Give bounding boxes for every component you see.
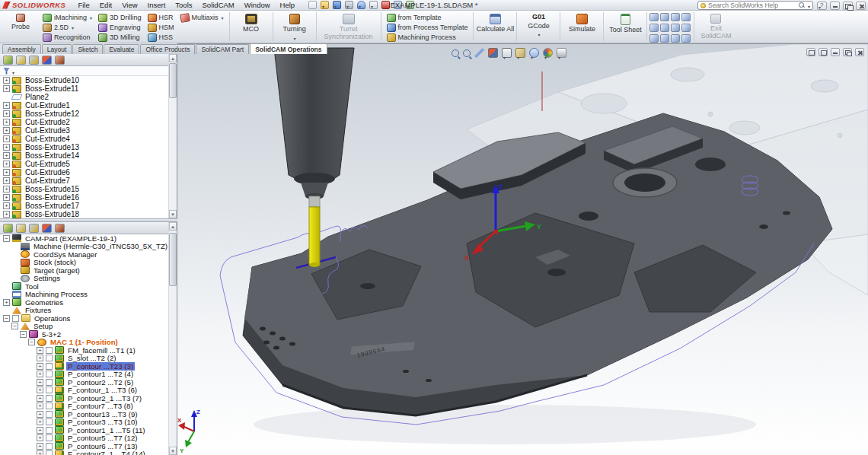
dropdown-arrow-icon[interactable] (537, 31, 540, 40)
3d-drilling-button[interactable]: 3D Drilling (95, 13, 145, 22)
operation-checkbox[interactable] (46, 371, 53, 377)
menu-file[interactable]: File (78, 1, 89, 9)
expand-icon[interactable]: + (3, 211, 10, 218)
feature-tree-item[interactable]: +Cut-Extrude7 (0, 177, 168, 185)
scroll-down-icon[interactable]: ▼ (169, 210, 177, 218)
new-document-icon[interactable] (308, 1, 317, 9)
collapse-icon[interactable]: − (11, 323, 18, 329)
dimxpertmanager-tab-icon[interactable] (42, 56, 52, 65)
collapse-icon[interactable]: − (3, 315, 10, 322)
turret-synchronization-button[interactable]: Turret Synchronization (319, 11, 378, 42)
cam-tree-scrollbar[interactable]: ▲ ▼ (168, 222, 177, 455)
doc-close-button[interactable] (855, 48, 864, 56)
expand-icon[interactable]: + (3, 169, 10, 176)
tab-solidcam-operations[interactable]: SolidCAM Operations (250, 43, 327, 54)
cam-tree-item[interactable]: Machining Process (0, 291, 168, 299)
operation-checkbox[interactable] (46, 363, 53, 370)
cam-tree-item[interactable]: +P_contour6 ...T7 (13) (0, 442, 168, 450)
cam-tree-item[interactable]: Settings (0, 275, 168, 283)
propertymanager-tab-icon[interactable] (16, 224, 26, 233)
expand-icon[interactable]: + (37, 379, 43, 386)
operation-checkbox[interactable] (46, 411, 53, 418)
dropdown-arrow-icon[interactable] (89, 14, 92, 21)
operation-checkbox[interactable] (46, 379, 53, 386)
cam-tree-item[interactable]: +P_contour2 ...T2 (5) (0, 378, 168, 387)
multiaxis-button[interactable]: Multiaxis (177, 13, 227, 22)
cam-views-icon[interactable] (671, 24, 680, 32)
open-icon[interactable] (321, 1, 329, 9)
expand-icon[interactable]: + (37, 347, 43, 354)
displaymanager-tab-icon[interactable] (55, 56, 65, 65)
feature-tree-item[interactable]: +Cut-Extrude1 (0, 101, 168, 110)
operation-checkbox[interactable] (46, 450, 53, 455)
cam-tree-item[interactable]: +F_contour7_1 ...T4 (14) (0, 450, 168, 455)
from-process-template-button[interactable]: from Process Template (384, 23, 471, 32)
cam-tree-item[interactable]: −MAC 1 (1- Position) (0, 339, 168, 347)
operation-checkbox[interactable] (46, 387, 53, 393)
expand-icon[interactable]: + (3, 161, 10, 167)
cam-tree-item[interactable]: +Geometries (0, 298, 168, 307)
expand-icon[interactable]: + (37, 387, 43, 393)
cam-views-icon[interactable] (660, 13, 669, 21)
dropdown-arrow-icon[interactable] (293, 35, 296, 43)
operation-checkbox[interactable] (46, 434, 53, 441)
collapse-icon[interactable]: − (28, 339, 35, 345)
feature-tree-item[interactable]: +Boss-Extrude11 (0, 84, 168, 93)
operation-checkbox[interactable] (46, 418, 53, 425)
view-orientation-icon[interactable] (502, 48, 512, 58)
close-button[interactable] (856, 2, 866, 10)
cam-tree-item[interactable]: Stock (stock) (0, 259, 168, 267)
hss-button[interactable]: HSS (145, 33, 177, 42)
save-icon[interactable] (333, 1, 341, 9)
panel-splitter[interactable] (0, 218, 177, 222)
tree-filter-bar[interactable] (0, 66, 177, 76)
expand-icon[interactable]: + (37, 402, 43, 409)
hide-show-items-icon[interactable] (529, 48, 539, 58)
configurationmanager-tab-icon[interactable] (29, 224, 39, 233)
menu-window[interactable]: Window (244, 1, 270, 9)
cam-views-icon[interactable] (660, 24, 669, 32)
menu-solidcam[interactable]: SolidCAM (203, 1, 235, 9)
search-input[interactable] (708, 2, 796, 9)
expand-icon[interactable]: + (3, 194, 10, 201)
from-template-button[interactable]: from Template (384, 13, 471, 22)
expand-icon[interactable]: + (37, 371, 43, 377)
expand-icon[interactable]: + (3, 77, 10, 84)
operation-checkbox[interactable] (46, 443, 53, 450)
menu-insert[interactable]: Insert (148, 1, 166, 9)
graphics-viewport[interactable]: 1999664 (177, 43, 868, 455)
2-5d-button[interactable]: 2.5D (40, 23, 95, 32)
feature-tree-item[interactable]: +Boss-Extrude15 (0, 185, 168, 193)
expand-icon[interactable]: + (3, 152, 10, 159)
probe-button[interactable]: Probe (2, 11, 40, 42)
expand-icon[interactable]: + (3, 177, 10, 184)
cam-views-icon[interactable] (671, 13, 680, 21)
display-style-icon[interactable] (515, 48, 525, 58)
expand-icon[interactable]: + (37, 363, 43, 370)
featuremanager-tab-icon[interactable] (3, 224, 13, 233)
cam-tree-item[interactable]: Tool (0, 282, 168, 291)
help-button[interactable] (817, 2, 827, 10)
turning-button[interactable]: Turning (276, 11, 314, 42)
expand-icon[interactable]: + (37, 355, 43, 361)
configurationmanager-tab-icon[interactable] (29, 56, 39, 65)
expand-icon[interactable]: + (37, 443, 43, 450)
feature-tree-item[interactable]: +Cut-Extrude6 (0, 168, 168, 177)
feature-tree-item[interactable]: +Boss-Extrude12 (0, 110, 168, 118)
zoom-fit-icon[interactable] (452, 49, 459, 57)
operation-checkbox[interactable] (46, 402, 53, 409)
zoom-area-icon[interactable] (463, 49, 471, 57)
expand-icon[interactable]: + (37, 418, 43, 425)
cam-tree-item[interactable]: −5-3+2 (0, 330, 168, 339)
cam-tree-item[interactable]: +P_contour13 ...T3 (9) (0, 410, 168, 418)
expand-icon[interactable]: + (3, 127, 10, 134)
expand-icon[interactable]: + (3, 135, 10, 142)
cam-views-icon[interactable] (671, 34, 680, 43)
tool-sheet-button[interactable]: Tool Sheet (606, 11, 644, 42)
scene-icon[interactable] (557, 48, 566, 58)
cam-tree-item[interactable]: +P_contour ...T23 (3) (0, 362, 168, 371)
expand-icon[interactable]: + (3, 202, 10, 209)
expand-icon[interactable]: + (3, 299, 10, 306)
dropdown-arrow-icon[interactable] (71, 24, 74, 31)
tab-layout[interactable]: Layout (42, 44, 72, 54)
